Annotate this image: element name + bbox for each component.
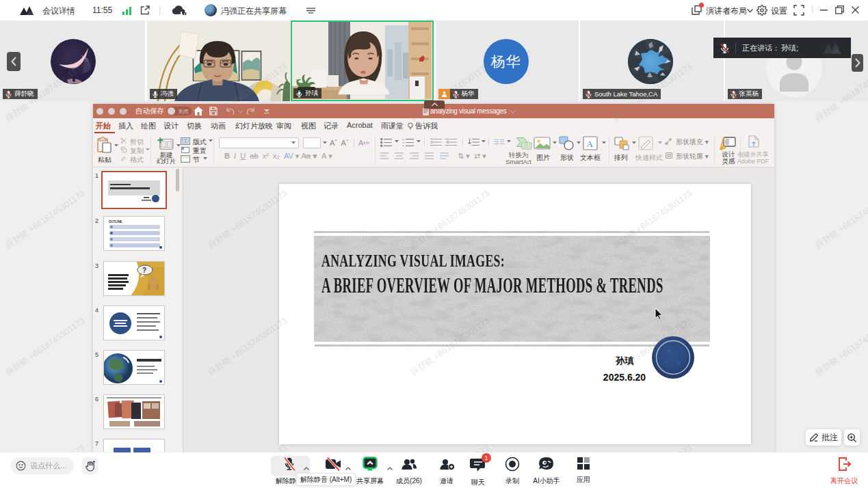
- svg-text:?: ?: [142, 267, 146, 274]
- svg-text:A: A: [587, 139, 594, 149]
